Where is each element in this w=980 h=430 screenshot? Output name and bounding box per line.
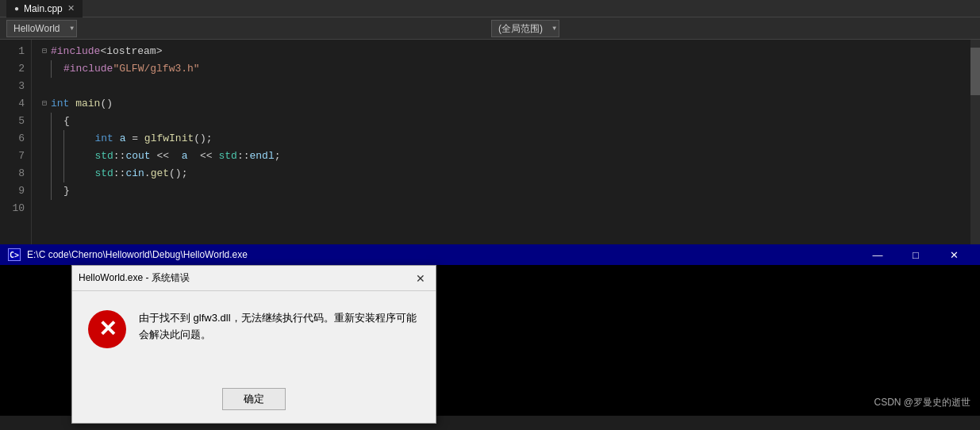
cmd-window: C> E:\C code\Cherno\Helloworld\Debug\Hel… — [0, 244, 980, 416]
error-dialog: HelloWorld.exe - 系统错误 ✕ ✕ 由于找不到 glfw3.dl… — [71, 265, 436, 424]
fold-icon-2 — [38, 63, 51, 75]
fold-icon-4[interactable]: ⊟ — [38, 98, 51, 110]
editor-area: 1 2 3 4 5 6 7 8 9 10 ⊟ #include<iostream… — [0, 40, 980, 244]
editor-tab[interactable]: ● Main.cpp ✕ — [6, 0, 83, 17]
dialog-body: ✕ 由于找不到 glfw3.dll，无法继续执行代码。重新安装程序可能会解决此问… — [72, 291, 436, 382]
code-line-5: { — [38, 113, 980, 130]
fold-icon-1[interactable]: ⊟ — [38, 45, 51, 58]
scope-left-dropdown-wrap: HelloWorld — [6, 20, 77, 37]
dialog-close-button[interactable]: ✕ — [412, 270, 429, 287]
code-line-6: int a = glfwInit(); — [38, 130, 980, 148]
fold-icon-10 — [38, 202, 51, 215]
cmd-maximize-button[interactable]: □ — [897, 244, 934, 265]
scrollbar-thumb[interactable] — [970, 48, 980, 95]
cmd-title-bar: C> E:\C code\Cherno\Helloworld\Debug\Hel… — [0, 244, 980, 265]
scope-right-dropdown-wrap: (全局范围) — [491, 20, 559, 37]
code-line-1: ⊟ #include<iostream> — [38, 43, 980, 60]
tab-dot: ● — [14, 4, 19, 13]
fold-icon-7 — [38, 150, 51, 163]
editor-scrollbar[interactable] — [970, 40, 980, 244]
error-x-mark: ✕ — [98, 318, 117, 340]
code-line-4: ⊟ int main() — [38, 95, 980, 113]
cmd-icon: C> — [8, 248, 21, 261]
dialog-message: 由于找不到 glfw3.dll，无法继续执行代码。重新安装程序可能会解决此问题。 — [139, 310, 420, 344]
tab-close-button[interactable]: ✕ — [67, 3, 75, 13]
fold-icon-8 — [38, 167, 51, 180]
nav-bar: HelloWorld (全局范围) — [0, 17, 980, 40]
fold-icon-6 — [38, 132, 51, 145]
cmd-close-button[interactable]: ✕ — [936, 244, 972, 265]
code-line-10 — [38, 200, 980, 217]
dialog-title: HelloWorld.exe - 系统错误 — [79, 271, 412, 285]
tab-filename: Main.cpp — [24, 3, 63, 14]
code-line-3 — [38, 78, 980, 95]
code-content[interactable]: ⊟ #include<iostream> #include"GLFW/glfw3… — [32, 40, 980, 244]
fold-icon-3 — [38, 80, 51, 93]
code-line-9: } — [38, 182, 980, 200]
error-icon: ✕ — [88, 310, 126, 348]
code-line-8: std::cin.get(); — [38, 165, 980, 182]
cmd-minimize-button[interactable]: — — [859, 244, 896, 265]
cmd-window-controls: — □ ✕ — [859, 244, 972, 265]
dialog-footer: 确定 — [72, 382, 436, 423]
code-line-2: #include"GLFW/glfw3.h" — [38, 60, 980, 78]
dialog-title-bar: HelloWorld.exe - 系统错误 ✕ — [72, 266, 436, 291]
line-numbers: 1 2 3 4 5 6 7 8 9 10 — [0, 40, 32, 244]
scope-right-dropdown[interactable]: (全局范围) — [491, 20, 559, 37]
cmd-content-area: HelloWorld.exe - 系统错误 ✕ ✕ 由于找不到 glfw3.dl… — [0, 265, 980, 416]
dialog-ok-button[interactable]: 确定 — [222, 388, 286, 410]
fold-icon-5 — [38, 115, 51, 128]
fold-icon-9 — [38, 185, 51, 198]
dialog-overlay: HelloWorld.exe - 系统错误 ✕ ✕ 由于找不到 glfw3.dl… — [0, 265, 980, 416]
ide-title-bar: ● Main.cpp ✕ — [0, 0, 980, 17]
scope-left-dropdown[interactable]: HelloWorld — [6, 20, 77, 37]
watermark: CSDN @罗曼史的逝世 — [874, 396, 970, 409]
cmd-title-text: E:\C code\Cherno\Helloworld\Debug\HelloW… — [27, 249, 853, 260]
code-line-7: std::cout << a << std::endl; — [38, 148, 980, 165]
